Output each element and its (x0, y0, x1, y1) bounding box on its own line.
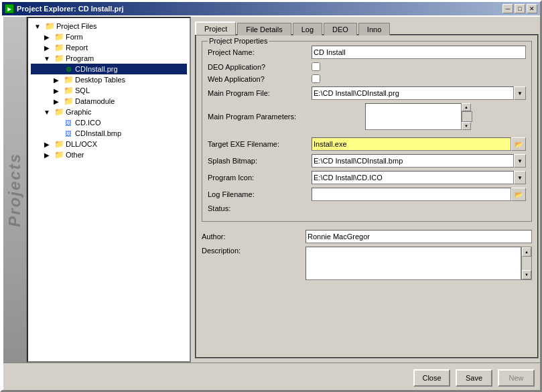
input-main-program-params[interactable] (365, 103, 462, 130)
tree-label-graphic: Graphic (66, 108, 92, 116)
wrapper-program-icon: ▼ (312, 171, 526, 184)
label-target-exe: Target EXE Filename: (208, 140, 312, 148)
label-main-program-params: Main Program Parameters: (208, 113, 312, 121)
title-bar: ▶ Project Explorer: CD Install.prj ─ □ ✕ (2, 2, 540, 15)
save-button[interactable]: Save (456, 369, 492, 387)
folder-icon-desktop: 📁 (63, 75, 74, 84)
folder-icon-dllocx: 📁 (54, 139, 64, 149)
tree-label-report: Report (66, 44, 88, 52)
tree-label-program: Program (66, 54, 94, 62)
tree-label-form: Form (66, 33, 83, 41)
tree-label-root: Project Files (56, 22, 97, 30)
input-description[interactable] (306, 247, 521, 280)
wrapper-project-name (312, 46, 526, 59)
row-web-app: Web Application? (208, 74, 526, 83)
folder-icon-graphic: 📁 (54, 107, 64, 117)
wrapper-splash-bitmap: ▼ (312, 154, 526, 168)
tree-item-report[interactable]: ▶ 📁 Report (31, 42, 187, 53)
minimize-button[interactable]: ─ (502, 4, 513, 13)
row-deo-app: DEO Application? (208, 62, 526, 71)
expand-icon-desktop: ▶ (51, 75, 62, 84)
folder-icon: 📁 (44, 21, 55, 31)
scrollbar-up-desc[interactable]: ▲ (522, 247, 531, 257)
expand-icon-report: ▶ (42, 43, 52, 52)
author-description-section: Author: Description: ▲ (202, 227, 532, 286)
folder-icon-sql: 📁 (63, 86, 74, 95)
wrapper-main-program-file: ▼ (312, 86, 526, 100)
tree-item-other[interactable]: ▶ 📁 Other (31, 149, 187, 160)
input-main-program-file[interactable] (312, 86, 514, 100)
tabs-container: Project File Details Log DEO Inno (195, 21, 539, 34)
right-panel: Project File Details Log DEO Inno Projec… (191, 17, 542, 363)
checkbox-web-app[interactable] (312, 74, 320, 83)
row-author: Author: (202, 230, 532, 243)
tab-deo[interactable]: DEO (324, 23, 357, 36)
label-web-app: Web Application? (208, 75, 312, 83)
tree-panel[interactable]: ▼ 📁 Project Files ▶ 📁 Form ▶ 📁 Report (27, 17, 191, 363)
label-deo-app: DEO Application? (208, 63, 312, 71)
tree-label-cdico: CD.ICO (75, 119, 101, 127)
input-author[interactable] (306, 230, 532, 243)
scrollbar-down-params[interactable]: ▼ (462, 122, 471, 130)
tree-item-desktop[interactable]: ▶ 📁 Desktop Tables (31, 74, 187, 85)
wrapper-description: ▲ ▼ (306, 247, 532, 280)
spacer-bmp (51, 129, 62, 138)
tree-item-datamodule[interactable]: ▶ 📁 Datamodule (31, 96, 187, 107)
new-button[interactable]: New (498, 369, 535, 387)
tree-item-program[interactable]: ▼ 📁 Program (31, 53, 187, 64)
tree-item-form[interactable]: ▶ 📁 Form (31, 31, 187, 42)
tab-filedetails[interactable]: File Details (237, 23, 291, 36)
tree-item-cdico[interactable]: 🖼 CD.ICO (31, 117, 187, 128)
label-status: Status: (208, 204, 312, 212)
dropdown-splash-bitmap[interactable]: ▼ (514, 154, 526, 168)
input-splash-bitmap[interactable] (312, 154, 514, 168)
expand-icon-other: ▶ (42, 150, 52, 159)
browse-log-filename[interactable]: 📂 (511, 188, 526, 201)
input-program-icon[interactable] (312, 171, 514, 184)
expand-icon-dllocx: ▶ (42, 139, 52, 149)
tree-item-graphic[interactable]: ▼ 📁 Graphic (31, 107, 187, 117)
input-target-exe[interactable] (312, 137, 511, 151)
row-main-program-file: Main Program File: ▼ (208, 86, 526, 100)
input-project-name[interactable] (312, 46, 526, 59)
label-program-icon: Program Icon: (208, 174, 312, 182)
scrollbar-up-params[interactable]: ▲ (462, 103, 471, 111)
spacer-cdinstall (51, 64, 62, 74)
expand-icon-program: ▼ (42, 54, 52, 63)
group-label: Project Properties (208, 37, 269, 45)
scrollbar-down-desc[interactable]: ▼ (522, 270, 531, 279)
outer-window: ▶ Project Explorer: CD Install.prj ─ □ ✕… (0, 0, 542, 392)
tree-item-dllocx[interactable]: ▶ 📁 DLL/OCX (31, 139, 187, 149)
tree-label-desktop: Desktop Tables (75, 76, 125, 84)
expand-icon-form: ▶ (42, 32, 52, 42)
browse-target-exe[interactable]: 📂 (511, 137, 526, 151)
main-window: Projects ▼ 📁 Project Files ▶ 📁 Form (2, 15, 542, 392)
tab-inno[interactable]: Inno (358, 23, 390, 36)
tab-log[interactable]: Log (293, 23, 322, 36)
input-log-filename[interactable] (312, 188, 511, 201)
content-area: Projects ▼ 📁 Project Files ▶ 📁 Form (3, 17, 542, 363)
folder-icon-datamodule: 📁 (63, 96, 74, 106)
tree-item-cdinstallbmp[interactable]: 🖼 CDInstall.bmp (31, 128, 187, 139)
label-description: Description: (202, 247, 306, 255)
tree-item-cdinstall[interactable]: ⚙ CDInstall.prg (31, 64, 187, 74)
tab-project[interactable]: Project (195, 21, 236, 35)
file-icon-cdico: 🖼 (63, 118, 74, 127)
maximize-button[interactable]: □ (515, 4, 525, 13)
tree-item-sql[interactable]: ▶ 📁 SQL (31, 85, 187, 96)
row-description: Description: ▲ ▼ (202, 247, 532, 280)
tree-label-sql: SQL (75, 86, 90, 94)
dropdown-main-program-file[interactable]: ▼ (514, 86, 526, 100)
tree-item-root[interactable]: ▼ 📁 Project Files (31, 21, 187, 31)
window-title: Project Explorer: CD Install.prj (17, 5, 502, 13)
close-window-button[interactable]: ✕ (527, 4, 537, 13)
folder-icon-program: 📁 (54, 54, 64, 63)
close-button[interactable]: Close (413, 369, 450, 387)
tree-label-cdinstall: CDInstall.prg (75, 65, 118, 73)
left-decorative-panel: Projects (3, 17, 27, 363)
dropdown-program-icon[interactable]: ▼ (514, 171, 526, 184)
checkbox-deo-app[interactable] (312, 62, 320, 71)
expand-icon-datamodule: ▶ (51, 96, 62, 106)
label-author: Author: (202, 233, 306, 241)
row-program-icon: Program Icon: ▼ (208, 171, 526, 184)
